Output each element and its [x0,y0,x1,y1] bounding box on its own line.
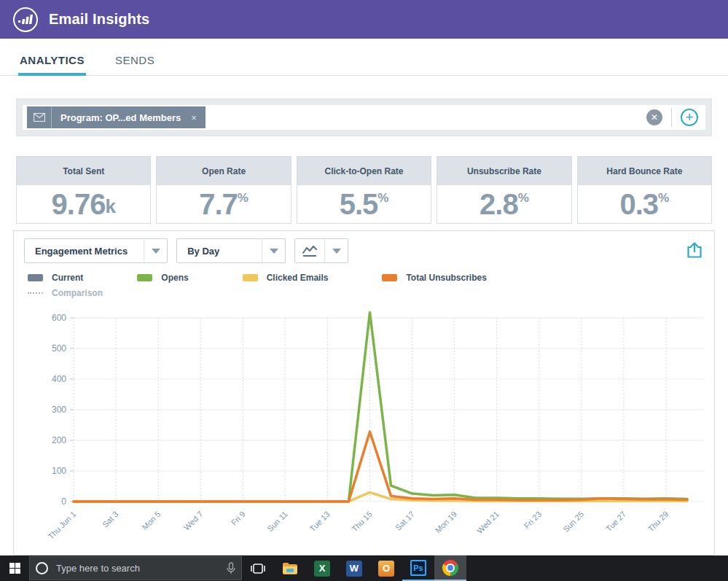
metric-card-open-rate[interactable]: Open Rate 7.7% [156,156,291,224]
metric-unit: % [658,185,669,206]
legend-swatch [243,274,258,281]
envelope-icon [27,106,52,128]
filter-chip-program[interactable]: Program: OP...ed Members × [27,106,206,128]
outlook-icon[interactable]: O [370,555,402,581]
series-line-total-unsubscribes [74,432,687,502]
tab-sends[interactable]: SENDS [114,54,156,75]
legend-swatch [28,274,43,281]
x-axis-label: Mon 5 [140,510,162,531]
x-axis-label: Sun 11 [265,510,289,534]
marketo-bars-icon [18,13,33,26]
metric-unit: % [238,185,248,206]
chevron-down-icon [262,239,285,262]
x-axis-label: Sat 17 [394,510,416,532]
legend-item-current[interactable]: Current [28,273,83,283]
search-placeholder: Type here to search [56,563,227,574]
y-axis-label: 100 [52,466,66,476]
x-axis-label: Sat 3 [101,510,120,529]
page-title: Email Insights [49,11,149,28]
legend-row-current: CurrentOpensClicked EmailsTotal Unsubscr… [28,273,714,283]
metric-card-hard-bounce-rate[interactable]: Hard Bounce Rate 0.3% [577,156,712,224]
legend-label: Current [52,273,83,283]
metric-value: 5.5% [297,185,431,223]
interval-select-dropdown[interactable]: By Day [176,238,286,263]
filter-bar: Program: OP...ed Members × ✕ + [16,98,712,136]
chevron-down-icon [144,239,167,262]
x-axis-label: Fri 9 [230,510,247,527]
chip-remove-icon[interactable]: × [188,112,206,123]
task-view-icon[interactable] [242,555,274,581]
metric-value: 2.8% [437,185,571,223]
legend-label: Total Unsubscribes [406,273,486,283]
y-axis-label: 600 [52,313,66,323]
x-axis-label: Thu Jun 1 [46,510,77,541]
metric-card-total-sent[interactable]: Total Sent 9.76k [16,156,151,224]
tab-bar: ANALYTICS SENDS [0,39,728,76]
taskbar-search-input[interactable]: Type here to search [29,556,242,580]
photoshop-icon[interactable]: Ps [402,555,434,581]
line-chart[interactable]: 0100200300400500600Thu Jun 1Sat 3Mon 5We… [18,303,711,545]
chrome-icon[interactable] [434,555,466,581]
metric-number: 0.3 [619,188,658,221]
metric-unit: % [377,185,388,206]
metric-card-unsubscribe-rate[interactable]: Unsubscribe Rate 2.8% [437,156,571,224]
y-axis-label: 0 [61,496,66,507]
line-chart-icon [295,239,324,262]
legend-item-opens[interactable]: Opens [137,273,188,283]
metric-card-click-to-open-rate[interactable]: Click-to-Open Rate 5.5% [297,156,431,224]
metric-label: Unsubscribe Rate [437,157,571,185]
metric-value: 0.3% [578,185,711,223]
x-axis-label: Wed 7 [182,510,205,532]
y-axis-label: 300 [52,405,66,415]
chart-legend: CurrentOpensClicked EmailsTotal Unsubscr… [28,273,714,298]
metric-number: 5.5 [340,188,378,221]
metric-label: Total Sent [17,157,150,185]
windows-taskbar: Type here to search X W O Ps [0,555,728,581]
metric-cards-row: Total Sent 9.76k Open Rate 7.7% Click-to… [16,156,712,224]
metric-value: 7.7% [157,185,290,223]
chart-panel: Engagement Metrics By Day CurrentOpensCl… [13,230,715,555]
x-axis-label: Fri 23 [522,510,543,530]
legend-swatch [137,274,152,281]
metric-select-value: Engagement Metrics [25,246,144,257]
x-axis-label: Sun 25 [561,510,585,534]
x-axis-label: Tue 27 [604,510,627,533]
legend-label: Opens [161,273,188,283]
legend-swatch [28,292,43,294]
chevron-down-icon [324,239,348,262]
metric-label: Hard Bounce Rate [578,157,711,185]
metric-unit: % [518,185,529,206]
metric-select-dropdown[interactable]: Engagement Metrics [24,238,168,263]
y-axis-label: 500 [52,343,66,354]
word-icon[interactable]: W [338,555,370,581]
legend-label: Comparison [52,288,103,298]
y-axis-label: 200 [52,435,66,445]
legend-item-total-unsubscribes[interactable]: Total Unsubscribes [382,273,486,283]
cortana-icon [36,562,48,574]
legend-item-clicked-emails[interactable]: Clicked Emails [243,273,329,283]
metric-number: 7.7 [199,188,238,221]
legend-label: Clicked Emails [267,273,329,283]
metric-label: Click-to-Open Rate [297,157,431,185]
y-axis-label: 400 [52,374,66,384]
legend-item-comparison[interactable]: Comparison [28,288,103,298]
microphone-icon [227,562,235,575]
share-export-icon[interactable] [686,241,702,262]
divider [671,108,672,127]
tab-analytics[interactable]: ANALYTICS [18,54,86,75]
chart-type-dropdown[interactable] [294,238,348,263]
excel-icon[interactable]: X [306,555,338,581]
metric-label: Open Rate [157,157,290,185]
metric-unit: k [105,195,115,223]
circle-x-icon[interactable]: ✕ [646,109,662,125]
interval-select-value: By Day [177,246,262,257]
app-header: Email Insights [0,0,728,39]
start-icon[interactable] [0,555,29,581]
engagement-chart[interactable]: 0100200300400500600Thu Jun 1Sat 3Mon 5We… [18,303,714,548]
x-axis-label: Tue 13 [308,510,331,533]
x-axis-label: Thu 15 [350,510,374,534]
filter-input[interactable]: Program: OP...ed Members × ✕ + [23,105,705,130]
file-explorer-icon[interactable] [274,555,306,581]
filter-chip-label: Program: OP...ed Members [52,112,188,123]
circle-plus-icon[interactable]: + [681,109,698,126]
